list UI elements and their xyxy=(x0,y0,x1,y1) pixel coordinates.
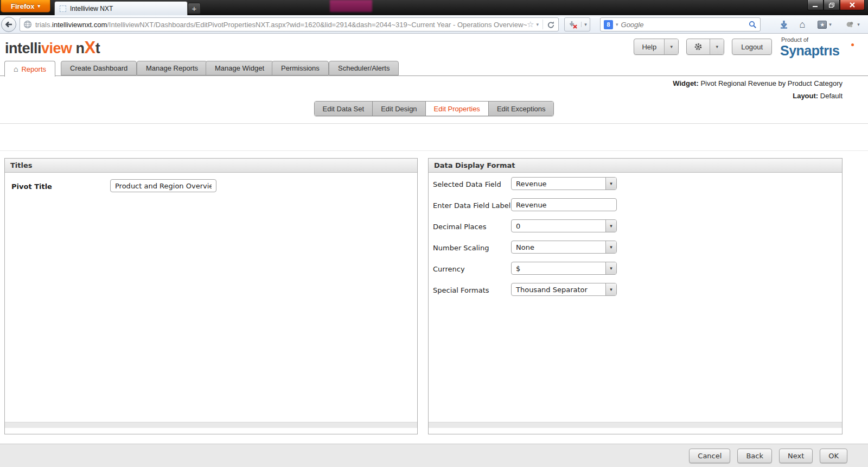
dropdown-arrow-icon[interactable]: ▾ xyxy=(605,241,616,253)
widget-context-line: Widget: Pivot Regional Revenue by Produc… xyxy=(673,79,843,87)
titles-panel-body: Pivot Title xyxy=(5,173,417,428)
minimize-icon xyxy=(812,3,819,8)
subtab-edit-design[interactable]: Edit Design xyxy=(373,102,425,116)
chevron-down-icon: ▾ xyxy=(829,22,832,27)
downloads-arrow-icon xyxy=(779,20,789,29)
divider xyxy=(0,150,868,151)
subtab-edit-data-set[interactable]: Edit Data Set xyxy=(315,102,373,116)
layout-value: Default xyxy=(820,92,843,100)
url-history-dropdown-icon[interactable]: ▾ xyxy=(536,22,539,27)
bookmarks-panel-button[interactable]: ★ ▾ xyxy=(814,18,835,31)
decimal-places-value: 0 xyxy=(512,220,605,232)
addon-button[interactable]: ▾ xyxy=(841,18,865,31)
widget-label: Widget: xyxy=(673,79,699,87)
header-buttons: Help ▾ ▾ Logout xyxy=(634,39,772,55)
search-bar[interactable]: 8 ▾ xyxy=(600,17,761,31)
tab-label: Reports xyxy=(21,65,46,73)
panel-footer-strip xyxy=(429,422,842,428)
tab-scheduler-alerts[interactable]: Scheduler/Alerts xyxy=(329,61,399,75)
addon-icon xyxy=(846,20,854,29)
dropdown-arrow-icon[interactable]: ▾ xyxy=(605,220,616,232)
help-split-button: Help ▾ xyxy=(634,39,679,55)
bookmarks-star-icon: ★ xyxy=(818,21,827,29)
chevron-down-icon: ▾ xyxy=(857,22,860,27)
cancel-button[interactable]: Cancel xyxy=(689,449,730,463)
tab-manage-widget[interactable]: Manage Widget xyxy=(206,61,273,75)
dropdown-arrow-icon[interactable]: ▾ xyxy=(605,283,616,295)
product-of-label: Product of xyxy=(781,36,861,43)
minimize-button[interactable] xyxy=(807,0,824,10)
tab-permissions[interactable]: Permissions xyxy=(272,61,329,75)
intelliview-logo: intelliview nXt xyxy=(5,38,100,58)
currency-value: $ xyxy=(512,262,605,274)
special-formats-select[interactable]: Thousand Separator ▾ xyxy=(511,283,617,296)
logout-button[interactable]: Logout xyxy=(732,39,772,55)
search-input[interactable] xyxy=(621,21,746,29)
restore-button[interactable] xyxy=(824,0,840,10)
layout-label: Layout: xyxy=(793,92,818,100)
number-scaling-value: None xyxy=(512,241,605,253)
bookmark-star-icon[interactable]: ☆ xyxy=(527,20,534,29)
dropdown-arrow-icon[interactable]: ▾ xyxy=(605,262,616,274)
pivot-title-label: Pivot Title xyxy=(11,182,52,191)
new-tab-button[interactable]: + xyxy=(188,3,201,14)
subtab-edit-properties[interactable]: Edit Properties xyxy=(426,102,489,116)
search-engine-dropdown-icon[interactable]: ▾ xyxy=(616,22,618,27)
currency-select[interactable]: $ ▾ xyxy=(511,262,617,275)
ok-button[interactable]: OK xyxy=(820,449,847,463)
reload-icon[interactable] xyxy=(547,21,555,29)
google-engine-icon[interactable]: 8 xyxy=(604,20,613,29)
home-button[interactable]: ⌂ xyxy=(795,18,809,31)
close-button[interactable] xyxy=(840,0,865,10)
tab-create-dashboard[interactable]: Create Dashboard xyxy=(61,61,137,75)
blocked-download-button[interactable]: ▾ xyxy=(564,17,590,31)
special-formats-value: Thousand Separator xyxy=(512,283,605,295)
back-button-footer[interactable]: Back xyxy=(737,449,772,463)
settings-gear-button[interactable] xyxy=(687,39,710,54)
close-icon xyxy=(849,2,856,8)
url-text: trials.intelliviewnxt.com/IntelliviewNXT… xyxy=(35,21,527,29)
decimal-places-select[interactable]: 0 ▾ xyxy=(511,219,617,232)
selected-data-field-select[interactable]: Revenue ▾ xyxy=(511,177,617,190)
data-display-panel-header: Data Display Format xyxy=(429,159,842,173)
url-bar-actions: ☆ ▾ xyxy=(527,20,555,29)
selected-data-field-label: Selected Data Field xyxy=(433,180,501,188)
downloads-button[interactable] xyxy=(777,18,791,31)
browser-navbar: trials.intelliviewnxt.com/IntelliviewNXT… xyxy=(0,15,868,34)
gear-icon xyxy=(694,43,702,51)
selected-data-field-value: Revenue xyxy=(512,178,605,190)
tab-reports[interactable]: ⌂ Reports xyxy=(4,61,55,77)
synaptris-logo: Synaptrıs xyxy=(780,43,861,59)
divider xyxy=(0,123,868,124)
tab-manage-reports[interactable]: Manage Reports xyxy=(137,61,207,75)
synaptris-brand: Product of Synaptrıs xyxy=(780,36,861,59)
data-display-format-panel: Data Display Format Selected Data Field … xyxy=(428,158,843,434)
back-button[interactable] xyxy=(1,17,16,32)
subtab-edit-exceptions[interactable]: Edit Exceptions xyxy=(489,102,554,116)
browser-tab[interactable]: Intelliview NXT xyxy=(54,1,188,15)
help-button[interactable]: Help xyxy=(634,39,664,54)
search-magnifier-icon[interactable] xyxy=(749,21,757,29)
number-scaling-select[interactable]: None ▾ xyxy=(511,241,617,254)
home-icon: ⌂ xyxy=(14,65,18,73)
pivot-title-input[interactable] xyxy=(110,179,216,192)
globe-icon xyxy=(23,20,32,29)
divider xyxy=(542,20,543,29)
url-bar[interactable]: trials.intelliviewnxt.com/IntelliviewNXT… xyxy=(20,17,559,31)
browser-window: Firefox ▾ Intelliview NXT + xyxy=(0,0,868,467)
settings-split-button: ▾ xyxy=(686,39,724,55)
download-blocked-icon xyxy=(565,20,581,29)
restore-icon xyxy=(828,2,835,8)
firefox-menu-button[interactable]: Firefox ▾ xyxy=(1,0,50,12)
titles-panel-header: Titles xyxy=(5,159,417,173)
data-field-label-input[interactable] xyxy=(511,198,617,211)
home-icon: ⌂ xyxy=(800,20,806,29)
settings-dropdown-button[interactable]: ▾ xyxy=(710,39,724,54)
data-field-label-label: Enter Data Field Label xyxy=(433,201,510,210)
edit-step-tabs: Edit Data Set Edit Design Edit Propertie… xyxy=(0,101,868,116)
tab-label: Scheduler/Alerts xyxy=(338,64,390,72)
dropdown-arrow-icon[interactable]: ▾ xyxy=(605,178,616,190)
footer-action-bar: Cancel Back Next OK xyxy=(0,444,868,467)
next-button[interactable]: Next xyxy=(779,449,813,463)
help-dropdown-button[interactable]: ▾ xyxy=(664,39,678,54)
